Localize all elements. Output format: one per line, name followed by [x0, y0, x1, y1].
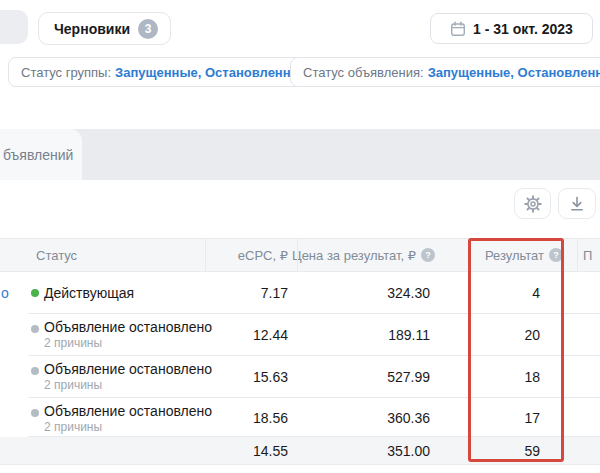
status-reason-note[interactable]: 2 причины [44, 378, 102, 392]
column-header-ecpc[interactable]: eCPC, ₽ [200, 239, 288, 271]
cell-result: 17 [466, 398, 540, 437]
cell-ecpc: 15.63 [200, 356, 288, 398]
cell-ecpc: 7.17 [200, 272, 288, 314]
cell-ecpc: 12.44 [200, 314, 288, 356]
table-row[interactable]: Объявление остановлено2 причины15.63527.… [0, 356, 600, 398]
column-header-result[interactable]: Результат ? [466, 239, 563, 271]
filter-label: Статус группы: [21, 65, 111, 80]
drafts-count-badge: 3 [138, 19, 158, 39]
column-header-status[interactable]: Статус [36, 239, 77, 271]
help-icon[interactable]: ? [549, 248, 563, 262]
table-row[interactable]: Объявление остановлено2 причины18.56360.… [0, 398, 600, 437]
column-header-cost-per-result[interactable]: Цена за результат, ₽ ? [280, 239, 435, 271]
column-header-next-truncated[interactable]: П [583, 239, 592, 271]
table-header-row: Статус eCPC, ₽ Цена за результат, ₽ ? Ре… [0, 238, 600, 272]
table-row[interactable]: оДействующая7.17324.304 [0, 272, 600, 314]
status-label: Действующая [44, 272, 134, 314]
cell-cost-per-result: 324.30 [310, 272, 430, 314]
table-row[interactable]: Объявление остановлено2 причины12.44189.… [0, 314, 600, 356]
calendar-icon [450, 21, 466, 37]
filter-label: Статус объявления: [303, 65, 424, 80]
status-label: Объявление остановлено [44, 403, 212, 419]
table-body: оДействующая7.17324.304Объявление остано… [0, 272, 600, 437]
date-range-picker[interactable]: 1 - 31 окт. 2023 [430, 13, 593, 44]
table-totals-row: 14.55 351.00 59 [0, 437, 600, 465]
status-dot [31, 325, 39, 333]
status-reason-note[interactable]: 2 причины [44, 336, 102, 350]
date-range-label: 1 - 31 окт. 2023 [473, 21, 573, 37]
filter-chip-ad-status[interactable]: Статус объявления: Запущенные, Остановле… [290, 57, 600, 87]
tab-band [0, 129, 600, 180]
filter-value: Запущенные, Остановленные [428, 65, 600, 80]
drafts-button[interactable]: Черновики 3 [38, 12, 171, 45]
table-settings-button[interactable] [514, 188, 551, 219]
cell-result: 4 [466, 272, 540, 314]
tab-label: бъявлений [3, 147, 73, 163]
truncated-left-button[interactable] [0, 10, 28, 44]
status-dot [31, 367, 39, 375]
status-reason-note[interactable]: 2 причины [44, 420, 102, 434]
help-icon[interactable]: ? [421, 248, 435, 262]
filter-chip-group-status[interactable]: Статус группы: Запущенные, Остановленные… [8, 57, 338, 87]
totals-cost-per-result: 351.00 [310, 437, 430, 464]
download-icon [568, 195, 586, 213]
gear-icon [523, 194, 543, 214]
cell-cost-per-result: 527.99 [310, 356, 430, 398]
status-dot [31, 409, 39, 417]
status-label: Объявление остановлено [44, 319, 212, 335]
cell-cost-per-result: 360.36 [310, 398, 430, 437]
filter-value: Запущенные, Остановленные [115, 65, 309, 80]
totals-ecpc: 14.55 [200, 437, 288, 464]
cell-result: 18 [466, 356, 540, 398]
status-dot [31, 289, 39, 297]
tab-ads-active[interactable]: бъявлений [0, 129, 82, 180]
totals-result: 59 [466, 437, 540, 464]
cell-result: 20 [466, 314, 540, 356]
drafts-button-label: Черновики [54, 21, 130, 37]
truncated-ad-link-fragment[interactable]: о [1, 272, 9, 314]
ads-dashboard-screen: Черновики 3 1 - 31 окт. 2023 Статус груп… [0, 0, 600, 473]
export-button[interactable] [558, 188, 596, 219]
cell-cost-per-result: 189.11 [310, 314, 430, 356]
status-label: Объявление остановлено [44, 361, 212, 377]
cell-ecpc: 18.56 [200, 398, 288, 437]
